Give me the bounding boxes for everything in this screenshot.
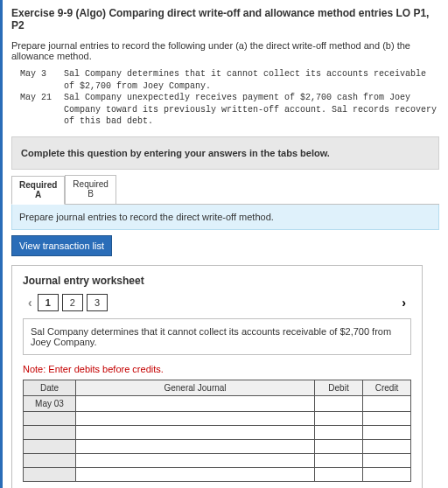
chevron-left-icon[interactable]: ‹: [23, 296, 38, 310]
cell-credit[interactable]: [363, 395, 411, 411]
entry-tab-2[interactable]: 2: [62, 294, 83, 311]
cell-date[interactable]: [24, 411, 76, 425]
cell-credit[interactable]: [363, 439, 411, 453]
complete-instruction: Complete this question by entering your …: [11, 136, 439, 170]
entry-tab-1[interactable]: 1: [38, 294, 59, 311]
cell-date[interactable]: [24, 425, 76, 439]
cell-date[interactable]: [24, 453, 76, 467]
cell-account[interactable]: [76, 425, 315, 439]
trans-text: Sal Company determines that it cannot co…: [64, 68, 439, 92]
cell-credit[interactable]: [363, 425, 411, 439]
trans-text: Sal Company unexpectedly receives paymen…: [64, 92, 439, 128]
entry-description: Sal Company determines that it cannot co…: [23, 318, 411, 355]
cell-date[interactable]: May 03: [24, 395, 76, 411]
view-transaction-list-button[interactable]: View transaction list: [11, 235, 112, 256]
tab-label: RequiredB: [73, 179, 108, 199]
cell-debit[interactable]: [315, 467, 363, 481]
entry-tab-3[interactable]: 3: [87, 294, 108, 311]
tab-label: RequiredA: [19, 180, 57, 200]
exercise-intro: Prepare journal entries to record the fo…: [11, 40, 439, 61]
col-general-journal: General Journal: [76, 380, 315, 395]
transactions-block: May 3 Sal Company determines that it can…: [20, 68, 439, 128]
worksheet-title: Journal entry worksheet: [23, 275, 411, 287]
cell-debit[interactable]: [315, 453, 363, 467]
col-date: Date: [24, 380, 76, 395]
col-debit: Debit: [315, 380, 363, 395]
cell-credit[interactable]: [363, 453, 411, 467]
tab-required-b[interactable]: RequiredB: [65, 175, 116, 204]
tabs: RequiredA RequiredB: [11, 175, 439, 205]
exercise-title: Exercise 9-9 (Algo) Comparing direct wri…: [11, 7, 439, 31]
cell-debit[interactable]: [315, 425, 363, 439]
sub-instruction: Prepare journal entries to record the di…: [11, 205, 439, 230]
debit-credit-note: Note: Enter debits before credits.: [23, 364, 411, 374]
entry-nav: ‹ 1 2 3 ›: [23, 294, 411, 311]
cell-credit[interactable]: [363, 411, 411, 425]
cell-date[interactable]: [24, 467, 76, 481]
cell-debit[interactable]: [315, 411, 363, 425]
cell-debit[interactable]: [315, 439, 363, 453]
cell-account[interactable]: [76, 439, 315, 453]
trans-date: May 21: [20, 92, 64, 128]
cell-date[interactable]: [24, 439, 76, 453]
cell-account[interactable]: [76, 395, 315, 411]
tab-required-a[interactable]: RequiredA: [11, 176, 65, 205]
journal-entry-table: Date General Journal Debit Credit May 03: [23, 380, 411, 482]
journal-worksheet: Journal entry worksheet ‹ 1 2 3 › Sal Co…: [11, 265, 423, 489]
chevron-right-icon[interactable]: ›: [396, 296, 411, 310]
cell-account[interactable]: [76, 411, 315, 425]
cell-account[interactable]: [76, 453, 315, 467]
trans-date: May 3: [20, 68, 64, 92]
col-credit: Credit: [363, 380, 411, 395]
cell-account[interactable]: [76, 467, 315, 481]
cell-debit[interactable]: [315, 395, 363, 411]
cell-credit[interactable]: [363, 467, 411, 481]
